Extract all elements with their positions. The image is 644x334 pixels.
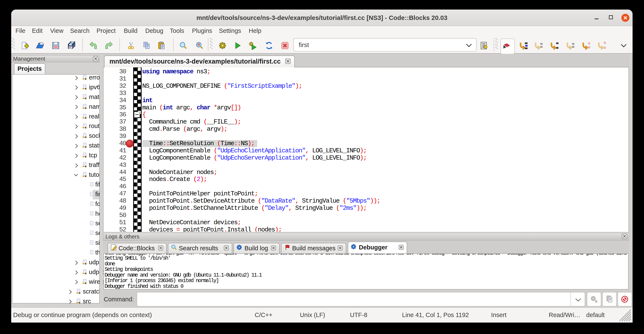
svg-text:R: R (198, 43, 200, 47)
